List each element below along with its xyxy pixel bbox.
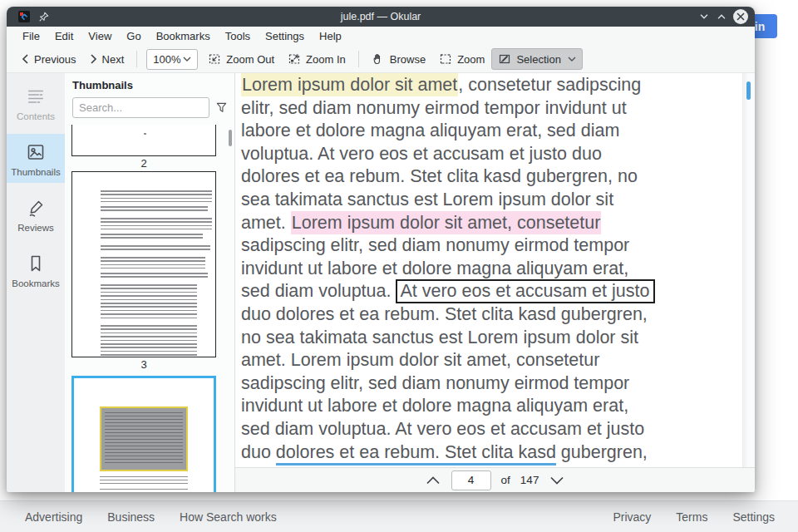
menu-settings[interactable]: Settings	[258, 30, 312, 42]
previous-page-icon[interactable]	[425, 475, 441, 485]
sidebar-item-reviews[interactable]: Reviews	[7, 190, 65, 239]
menu-go[interactable]: Go	[119, 30, 148, 42]
document-scrollbar[interactable]	[742, 73, 755, 467]
menu-file[interactable]: File	[15, 30, 47, 42]
close-icon[interactable]	[733, 9, 748, 24]
sidebar-item-label: Bookmarks	[12, 278, 60, 288]
doc-text: amet.	[241, 213, 291, 233]
doc-line: labore et dolore magna aliquyam erat, se…	[241, 120, 755, 143]
footer-right-links: PrivacyTermsSettings	[613, 510, 775, 524]
menu-bookmarks[interactable]: Bookmarks	[149, 30, 218, 42]
document-page[interactable]: Lorem ipsum dolor sit amet, consetetur s…	[235, 73, 755, 467]
thumbnails-list: 23	[65, 125, 234, 492]
menu-help[interactable]: Help	[312, 30, 349, 42]
toolbar-separator	[136, 51, 137, 67]
zoom-tool-button[interactable]: Zoom	[432, 48, 491, 70]
doc-annotation-boxed: At vero eos et accusam et justo	[396, 279, 655, 303]
thumbnail-page-2[interactable]	[71, 125, 216, 156]
selection-tool-button[interactable]: Selection	[491, 48, 582, 70]
doc-text: voluptua. At vero eos et accusam et just…	[241, 144, 602, 164]
footer-link-privacy[interactable]: Privacy	[613, 510, 651, 524]
zoom-out-icon	[208, 52, 221, 66]
browse-label: Browse	[390, 53, 426, 66]
doc-line: amet. Lorem ipsum dolor sit amet, conset…	[241, 212, 755, 235]
thumbnails-scrollbar[interactable]	[229, 130, 232, 146]
doc-text: duo	[241, 442, 276, 462]
doc-line: sadipscing elitr, sed diam nonumy eirmod…	[241, 372, 755, 396]
maximize-icon[interactable]	[716, 11, 727, 22]
doc-annotation-underlined: dolores et ea rebum. Stet clita kasd	[276, 442, 556, 466]
sidebar-item-bookmarks[interactable]: Bookmarks	[7, 245, 65, 294]
zoom-marquee-icon	[439, 52, 452, 66]
doc-text: gubergren,	[556, 442, 648, 462]
sidebar-item-contents: Contents	[7, 78, 65, 127]
doc-line: Lorem ipsum dolor sit amet, consetetur s…	[241, 74, 755, 97]
chevron-down-icon	[183, 57, 191, 62]
doc-text: dolores et ea rebum. Stet clita kasd gub…	[241, 166, 638, 186]
zoom-out-button[interactable]: Zoom Out	[201, 48, 281, 70]
doc-text: sadipscing elitr, sed diam nonumy eirmod…	[241, 235, 629, 255]
previous-button[interactable]: Previous	[15, 49, 83, 70]
doc-line: no sea takimata sanctus est Lorem ipsum …	[241, 327, 755, 350]
thumbnails-icon	[25, 141, 47, 165]
footer-link-settings[interactable]: Settings	[732, 510, 775, 524]
toolbar-separator	[358, 51, 359, 67]
browse-tool-button[interactable]: Browse	[365, 48, 432, 70]
document-scrollbar-thumb[interactable]	[746, 81, 751, 100]
document-view: Lorem ipsum dolor sit amet, consetetur s…	[235, 73, 755, 492]
doc-text: , consetetur sadipscing	[458, 75, 641, 95]
doc-annotation-highlight-pink: Lorem ipsum dolor sit amet, consetetur	[291, 211, 602, 234]
footer-link-how-search-works[interactable]: How Search works	[180, 510, 277, 524]
okular-window: jule.pdf — Okular FileEditViewGoBookmark…	[7, 7, 755, 492]
zoom-in-button[interactable]: Zoom In	[281, 48, 352, 70]
footer-link-terms[interactable]: Terms	[676, 510, 707, 524]
minimize-icon[interactable]	[698, 11, 710, 22]
doc-annotation-highlight-yellow: Lorem ipsum dolor sit amet	[241, 73, 458, 96]
footer-left-links: AdvertisingBusinessHow Search works	[25, 510, 277, 524]
next-button[interactable]: Next	[83, 49, 131, 70]
current-page-input[interactable]	[451, 470, 491, 490]
doc-line: sed diam voluptua. At vero eos et accusa…	[241, 418, 755, 441]
toolbar: Previous Next 100% Zoom Out	[7, 46, 755, 73]
doc-text: labore et dolore magna aliquyam erat, se…	[241, 121, 619, 140]
selection-label: Selection	[516, 53, 560, 66]
sidebar-item-thumbnails[interactable]: Thumbnails	[7, 134, 65, 183]
doc-text: sadipscing elitr, sed diam nonumy eirmod…	[241, 373, 629, 393]
sidebar-item-label: Reviews	[17, 223, 53, 233]
page-footer: AdvertisingBusinessHow Search works Priv…	[0, 500, 798, 532]
doc-line: sadipscing elitr, sed diam nonumy eirmod…	[241, 234, 755, 258]
doc-line: duo dolores et ea rebum. Stet clita kasd…	[241, 303, 755, 327]
of-label: of	[501, 474, 510, 486]
menu-edit[interactable]: Edit	[47, 30, 81, 42]
titlebar[interactable]: jule.pdf — Okular	[7, 7, 755, 27]
footer-link-business[interactable]: Business	[107, 510, 155, 524]
previous-label: Previous	[34, 53, 76, 66]
zoom-in-label: Zoom In	[306, 53, 346, 66]
next-page-icon[interactable]	[549, 475, 565, 485]
filter-icon[interactable]	[215, 101, 228, 114]
menu-view[interactable]: View	[81, 30, 119, 42]
doc-text: invidunt ut labore et dolore magna aliqu…	[241, 259, 628, 278]
menu-tools[interactable]: Tools	[218, 30, 258, 42]
total-pages-label: 147	[520, 474, 539, 486]
doc-line: voluptua. At vero eos et accusam et just…	[241, 143, 755, 166]
zoom-level-select[interactable]: 100%	[146, 49, 198, 70]
doc-line: duo dolores et ea rebum. Stet clita kasd…	[241, 441, 755, 465]
thumbnail-page-number: 2	[71, 156, 216, 171]
thumbnails-search-input[interactable]	[72, 97, 209, 118]
sidebar-item-label: Contents	[17, 111, 55, 121]
doc-line: invidunt ut labore et dolore magna aliqu…	[241, 258, 755, 281]
doc-text: sed diam voluptua.	[241, 281, 396, 301]
sidebar-item-label: Thumbnails	[11, 167, 60, 177]
thumbnail-page-4[interactable]	[71, 376, 216, 492]
footer-link-advertising[interactable]: Advertising	[25, 510, 82, 524]
doc-text: no sea takimata sanctus est Lorem ipsum …	[241, 328, 638, 347]
doc-line: sed diam voluptua. At vero eos et accusa…	[241, 280, 755, 303]
thumbnails-panel: Thumbnails 23	[65, 73, 235, 492]
sidebar-tab-strip: ContentsThumbnailsReviewsBookmarks	[7, 73, 65, 492]
doc-text: amet. Lorem ipsum dolor sit amet, conset…	[241, 350, 599, 370]
thumbnails-panel-title: Thumbnails	[65, 73, 234, 95]
thumbnail-page-3[interactable]	[71, 171, 216, 357]
pin-icon[interactable]	[38, 11, 50, 22]
bookmarks-icon	[25, 253, 47, 276]
